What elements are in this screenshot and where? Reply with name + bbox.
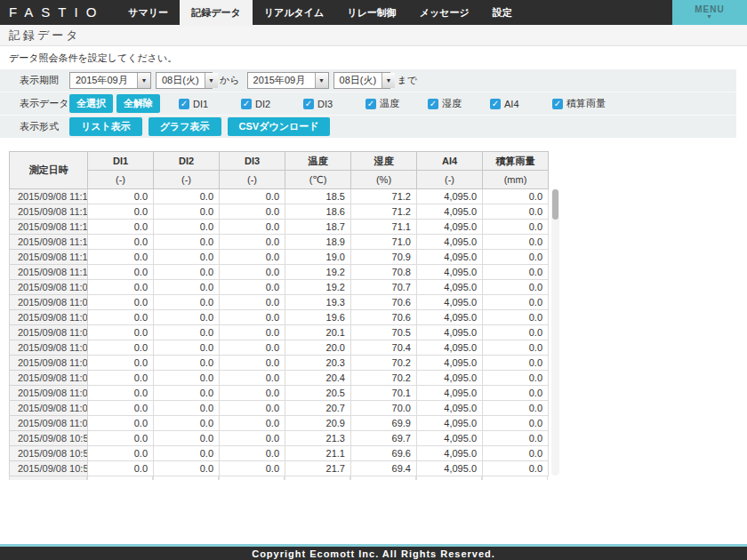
to-day-select[interactable]: 08日(火) ▼ xyxy=(333,72,390,89)
list-view-button[interactable]: リスト表示 xyxy=(69,117,142,136)
cell-value: 70.0 xyxy=(351,401,417,416)
checkbox-DI3[interactable]: ✓ xyxy=(303,99,314,109)
partial-cell xyxy=(153,476,219,480)
table-row: 2015/09/08 11:06:000.00.00.020.170.54,09… xyxy=(10,325,549,340)
cell-value: 0.0 xyxy=(483,431,549,446)
to-month-value: 2015年09月 xyxy=(248,74,315,87)
cell-value: 0.0 xyxy=(220,220,285,235)
cell-value: 4,095.0 xyxy=(417,401,483,416)
cell-value: 0.0 xyxy=(483,280,549,295)
menu-button[interactable]: MENU ▼ xyxy=(672,0,747,25)
cell-value: 4,095.0 xyxy=(417,235,483,250)
cell-value: 70.9 xyxy=(351,250,417,265)
col-unit-DI1: (-) xyxy=(88,171,154,189)
cell-value: 0.0 xyxy=(154,189,220,204)
cell-value: 0.0 xyxy=(88,386,154,401)
cell-datetime: 2015/09/08 10:57:00 xyxy=(10,461,88,476)
data-select-label: 表示データ xyxy=(20,97,69,110)
to-month-select[interactable]: 2015年09月 ▼ xyxy=(247,72,329,89)
nav-item-5[interactable]: メッセージ xyxy=(408,0,481,25)
from-suffix-label: から xyxy=(220,74,240,87)
cell-value: 71.0 xyxy=(351,235,417,250)
checkbox-item-積算雨量: ✓積算雨量 xyxy=(552,97,606,110)
cell-value: 19.6 xyxy=(285,310,351,325)
from-month-select[interactable]: 2015年09月 ▼ xyxy=(69,72,151,89)
cell-value: 18.7 xyxy=(285,220,351,235)
cell-value: 0.0 xyxy=(220,446,285,461)
cell-value: 71.2 xyxy=(351,204,417,220)
col-header-積算雨量: 積算雨量 xyxy=(483,152,549,171)
cell-value: 0.0 xyxy=(483,265,549,280)
checkbox-DI1[interactable]: ✓ xyxy=(179,99,189,109)
nav-item-2[interactable]: 記録データ xyxy=(180,0,253,27)
checkbox-item-DI3: ✓DI3 xyxy=(303,99,365,109)
nav-item-1[interactable]: サマリー xyxy=(116,0,180,25)
cell-value: 4,095.0 xyxy=(417,250,483,265)
cell-value: 0.0 xyxy=(88,416,154,431)
checkbox-label-DI1: DI1 xyxy=(193,99,208,109)
nav-item-3[interactable]: リアルタイム xyxy=(253,0,336,25)
col-unit-AI4: (-) xyxy=(417,171,483,189)
chevron-down-icon: ▼ xyxy=(137,73,150,88)
cell-value: 69.4 xyxy=(351,461,417,476)
chevron-down-icon: ▼ xyxy=(382,73,395,88)
cell-value: 69.9 xyxy=(351,416,417,431)
nav-menu: サマリー記録データリアルタイムリレー制御メッセージ設定 xyxy=(116,0,523,25)
table-scrollbar[interactable] xyxy=(551,188,559,476)
col-header-湿度: 湿度 xyxy=(351,152,417,171)
cell-value: 69.6 xyxy=(351,446,417,461)
col-header-AI4: AI4 xyxy=(417,152,483,171)
cell-datetime: 2015/09/08 11:06:00 xyxy=(10,325,88,340)
deselect-all-button[interactable]: 全解除 xyxy=(116,94,160,113)
cell-value: 0.0 xyxy=(483,189,549,204)
cell-value: 71.2 xyxy=(351,189,417,204)
checkbox-温度[interactable]: ✓ xyxy=(365,99,376,109)
select-all-button[interactable]: 全選択 xyxy=(69,94,113,113)
cell-value: 19.3 xyxy=(285,295,351,310)
csv-download-button[interactable]: CSVダウンロード xyxy=(228,117,331,136)
to-suffix-label: まで xyxy=(398,74,418,87)
from-day-select[interactable]: 08日(火) ▼ xyxy=(156,72,213,89)
checkbox-DI2[interactable]: ✓ xyxy=(241,99,252,109)
checkbox-積算雨量[interactable]: ✓ xyxy=(552,99,563,109)
scrollbar-thumb[interactable] xyxy=(552,189,558,220)
checkbox-湿度[interactable]: ✓ xyxy=(428,99,438,109)
cell-value: 20.9 xyxy=(285,416,351,431)
checkbox-label-AI4: AI4 xyxy=(504,99,519,109)
nav-item-6[interactable]: 設定 xyxy=(481,0,524,25)
cell-value: 0.0 xyxy=(88,250,154,265)
table-row: 2015/09/08 11:05:000.00.00.020.070.44,09… xyxy=(10,340,549,356)
checkbox-AI4[interactable]: ✓ xyxy=(490,99,501,109)
cell-value: 4,095.0 xyxy=(417,189,483,204)
checkbox-label-積算雨量: 積算雨量 xyxy=(566,97,606,110)
app-logo: FASTIO xyxy=(0,0,116,25)
top-nav: FASTIO サマリー記録データリアルタイムリレー制御メッセージ設定 MENU … xyxy=(0,0,747,25)
cell-value: 21.1 xyxy=(285,446,351,461)
cell-datetime: 2015/09/08 11:07:00 xyxy=(10,310,88,325)
checkbox-item-DI1: ✓DI1 xyxy=(179,99,241,109)
cell-value: 0.0 xyxy=(154,356,220,371)
cell-value: 0.0 xyxy=(483,386,549,401)
cell-value: 19.2 xyxy=(285,265,351,280)
cell-value: 4,095.0 xyxy=(417,386,483,401)
nav-item-4[interactable]: リレー制御 xyxy=(335,0,408,25)
cell-value: 0.0 xyxy=(483,295,549,310)
cell-value: 20.7 xyxy=(285,401,351,416)
cell-datetime: 2015/09/08 11:13:00 xyxy=(10,220,88,235)
table-row: 2015/09/08 11:00:000.00.00.020.969.94,09… xyxy=(10,416,549,431)
cell-value: 0.0 xyxy=(220,340,285,356)
checkbox-item-温度: ✓温度 xyxy=(365,97,428,110)
checkbox-label-DI2: DI2 xyxy=(255,99,270,109)
cell-datetime: 2015/09/08 11:02:00 xyxy=(10,386,88,401)
cell-datetime: 2015/09/08 11:03:00 xyxy=(10,371,88,386)
cell-value: 70.6 xyxy=(351,295,417,310)
cell-value: 0.0 xyxy=(483,446,549,461)
cell-value: 21.3 xyxy=(285,431,351,446)
cell-value: 0.0 xyxy=(154,401,220,416)
table-row: 2015/09/08 11:15:000.00.00.018.571.24,09… xyxy=(10,189,549,204)
cell-value: 0.0 xyxy=(220,310,285,325)
graph-view-button[interactable]: グラフ表示 xyxy=(149,117,221,136)
channel-checkboxes: ✓DI1✓DI2✓DI3✓温度✓湿度✓AI4✓積算雨量 xyxy=(179,97,606,110)
cell-value: 0.0 xyxy=(220,204,285,220)
table-row: 2015/09/08 11:13:000.00.00.018.771.14,09… xyxy=(10,220,549,235)
